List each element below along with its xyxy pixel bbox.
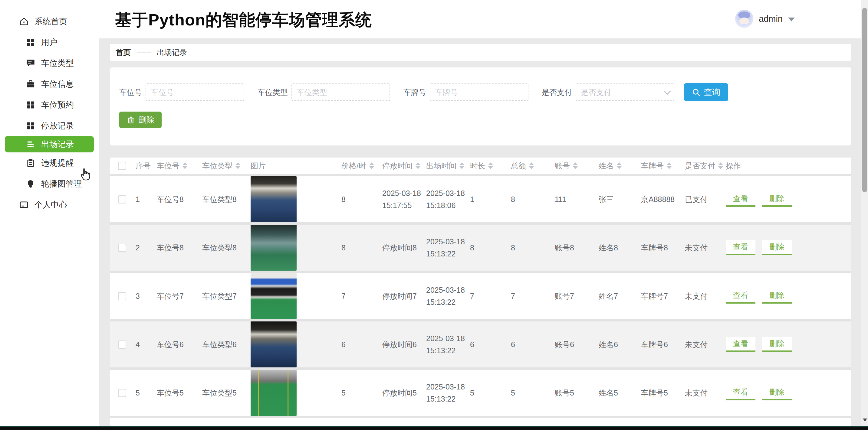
col-total[interactable]: 总额 [511,161,555,171]
table-header-row: 序号 车位号 车位类型 图片 价格/时 停放时间 出场时间 时长 总额 账号 姓… [110,158,851,176]
col-spot[interactable]: 车位号 [157,161,202,171]
user-name: admin [759,14,783,24]
view-button[interactable]: 查看 [726,192,755,207]
query-button[interactable]: 查询 [684,83,728,101]
view-button[interactable]: 查看 [726,289,755,304]
delete-button[interactable]: 删除 [762,289,792,304]
col-plate[interactable]: 车牌号 [641,161,685,171]
sidebar-item-spot-reservation[interactable]: 车位预约 [0,94,99,115]
sidebar-item-label: 违规提醒 [41,158,74,168]
spot-photo[interactable] [251,225,297,271]
view-button[interactable]: 查看 [726,240,755,255]
sort-icon[interactable] [617,162,622,169]
cell-spot: 车位号6 [157,339,202,350]
scrollbar-thumb[interactable] [862,8,867,192]
cell-type: 车位类型8 [202,243,251,253]
sidebar-item-violation-reminder[interactable]: 违规提醒 [0,153,99,173]
briefcase-icon [26,79,35,89]
sort-icon[interactable] [236,162,240,169]
delete-button[interactable]: 删除 [762,385,792,400]
row-checkbox[interactable] [118,195,126,203]
col-park-time[interactable]: 停放时间 [382,161,426,171]
sidebar-item-users[interactable]: 用户 [0,32,99,53]
sort-icon[interactable] [573,162,578,169]
sidebar-item-parking-records[interactable]: 停放记录 [0,115,99,136]
sidebar-item-label: 车位信息 [41,78,74,90]
cell-index: 1 [135,195,157,204]
sort-icon[interactable] [369,162,374,169]
bulk-delete-button[interactable]: 删除 [119,111,162,128]
sort-icon[interactable] [183,162,187,169]
delete-button[interactable]: 删除 [762,337,792,352]
cell-paid-status: 未支付 [685,291,726,301]
user-menu[interactable]: admin [735,10,795,28]
col-paid[interactable]: 是否支付 [685,161,726,171]
chevron-down-icon [664,88,671,95]
sort-icon[interactable] [667,162,672,169]
row-checkbox[interactable] [118,389,126,397]
cell-price: 6 [341,340,382,349]
cell-name: 姓名8 [599,243,641,253]
sidebar-item-label: 用户 [41,37,58,48]
cell-account: 账号5 [555,388,599,398]
row-checkbox[interactable] [118,340,126,349]
cell-index: 4 [135,340,157,349]
delete-button[interactable]: 删除 [762,240,792,255]
spot-number-input[interactable] [146,84,244,101]
sidebar-item-personal-center[interactable]: 个人中心 [0,194,99,215]
cell-spot: 车位号5 [157,388,202,398]
avatar[interactable] [735,10,753,28]
col-account[interactable]: 账号 [555,161,599,171]
page-title: 基于Python的智能停车场管理系统 [115,9,372,31]
sidebar-item-system-home[interactable]: 系统首页 [0,11,99,32]
sidebar-item-carousel-management[interactable]: 轮播图管理 [0,173,99,194]
breadcrumb-home[interactable]: 首页 [116,47,131,58]
grid-icon [26,38,35,47]
query-button-label: 查询 [704,87,720,98]
delete-button[interactable]: 删除 [762,192,792,207]
sidebar-item-spot-type[interactable]: 车位类型 [0,53,99,73]
bulk-delete-label: 删除 [138,114,154,125]
col-exit-time[interactable]: 出场时间 [426,161,470,171]
row-checkbox[interactable] [118,292,126,300]
col-duration[interactable]: 时长 [470,161,511,171]
sort-icon[interactable] [459,162,464,169]
sort-icon[interactable] [718,162,723,169]
cell-index: 3 [135,292,157,301]
cell-duration: 7 [470,292,511,301]
col-name[interactable]: 姓名 [599,161,641,171]
cell-type: 车位类型5 [202,388,251,398]
paid-status-select[interactable]: 是否支付 [576,84,674,101]
col-price[interactable]: 价格/时 [341,161,382,171]
view-button[interactable]: 查看 [726,337,755,352]
breadcrumb-current: 出场记录 [157,47,187,58]
spot-type-input[interactable] [291,84,390,101]
cell-spot: 车位号7 [157,291,202,301]
plate-number-input[interactable] [430,84,528,101]
spot-photo[interactable] [251,370,297,416]
cell-duration: 8 [470,243,511,252]
cell-park-time: 停放时间5 [382,387,422,399]
spot-photo[interactable] [251,176,297,222]
vertical-scrollbar[interactable] [861,0,868,430]
scroll-down-icon[interactable] [863,419,867,422]
table-row: 4 车位号6 车位类型6 6 停放时间6 2025-03-18 15:13:22… [110,322,851,370]
sort-icon[interactable] [488,162,493,169]
table-row: 2 车位号8 车位类型8 8 停放时间8 2025-03-18 15:13:22… [110,225,851,273]
col-type[interactable]: 车位类型 [202,161,251,171]
sort-icon[interactable] [529,162,534,169]
cell-paid-status: 未支付 [685,388,726,398]
cell-park-time: 2025-03-18 15:17:55 [382,187,422,211]
sort-icon[interactable] [415,162,421,169]
cell-spot: 车位号8 [157,194,202,204]
view-button[interactable]: 查看 [726,385,755,400]
spot-photo[interactable] [251,322,297,367]
spot-photo[interactable] [251,273,297,319]
cell-account: 111 [555,195,599,204]
filter-label-plate: 车牌号 [403,88,426,97]
sidebar-item-spot-info[interactable]: 车位信息 [0,73,99,94]
select-all-checkbox[interactable] [118,162,126,170]
row-checkbox[interactable] [118,244,126,252]
sidebar-item-exit-records[interactable]: 出场记录 [5,136,94,153]
cell-duration: 1 [470,195,511,204]
